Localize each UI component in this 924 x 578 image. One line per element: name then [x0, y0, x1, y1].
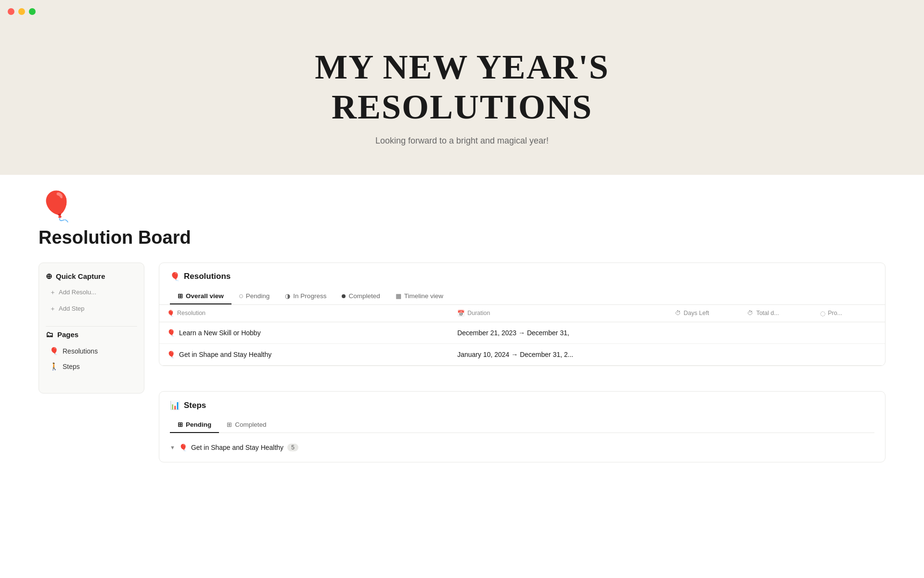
tab-timeline-view[interactable]: ▦ Timeline view — [388, 289, 451, 304]
overall-view-icon: ⊞ — [178, 292, 183, 300]
steps-tab-pending[interactable]: ⊞ Pending — [170, 417, 219, 433]
in-progress-icon: ◑ — [285, 292, 290, 300]
plus-icon: ＋ — [50, 288, 56, 297]
timeline-icon: ▦ — [396, 292, 401, 300]
sidebar: ⊕ Quick Capture ＋ Add Resolu... ＋ Add St… — [38, 263, 144, 394]
table-row[interactable]: 🎈 Learn a New Skill or Hobby December 21… — [159, 322, 885, 344]
col-resolution: 🎈 Resolution — [167, 310, 442, 317]
close-button[interactable] — [8, 8, 14, 15]
row-duration: December 21, 2023 → December 31, — [449, 322, 667, 344]
tab-completed[interactable]: Completed — [334, 289, 387, 304]
maximize-button[interactable] — [29, 8, 36, 15]
resolutions-panel-title: 🎈 Resolutions — [170, 272, 874, 282]
col-total-days: ⏱ Total d... — [747, 310, 805, 316]
steps-group-icon: 🎈 — [179, 444, 187, 451]
row-progress — [812, 322, 885, 344]
main-layout: ⊕ Quick Capture ＋ Add Resolu... ＋ Add St… — [38, 263, 886, 463]
tab-in-progress[interactable]: ◑ In Progress — [277, 289, 334, 304]
page-title: Resolution Board — [38, 227, 886, 248]
pages-section: 🗂 Pages 🎈 Resolutions 🚶 Steps — [46, 330, 137, 374]
sidebar-item-steps[interactable]: 🚶 Steps — [46, 359, 137, 374]
row-total-days — [740, 344, 812, 366]
main-content: 🎈 Resolution Board ⊕ Quick Capture ＋ Add… — [0, 175, 924, 492]
col-resolution-icon: 🎈 — [167, 310, 175, 317]
tab-overall-view[interactable]: ⊞ Overall view — [170, 289, 231, 304]
row-total-days — [740, 322, 812, 344]
col-duration-icon: 📅 — [457, 310, 465, 317]
col-days-left-icon: ⏱ — [675, 310, 681, 316]
page-balloon-icon: 🎈 — [38, 189, 886, 223]
pending-icon — [239, 292, 243, 300]
steps-header: 📊 Steps ⊞ Pending ⊞ Completed — [159, 392, 885, 433]
sidebar-item-resolutions[interactable]: 🎈 Resolutions — [46, 344, 137, 358]
pages-icon: 🗂 — [46, 330, 53, 339]
steps-title: 📊 Steps — [170, 400, 874, 410]
row-icon: 🎈 — [167, 329, 175, 337]
minimize-button[interactable] — [18, 8, 25, 15]
col-duration: 📅 Duration — [457, 310, 659, 317]
sidebar-divider — [46, 326, 137, 327]
table-row[interactable]: 🎈 Get in Shape and Stay Healthy January … — [159, 344, 885, 366]
hero-subtitle: Looking forward to a bright and magical … — [0, 136, 924, 146]
row-icon: 🎈 — [167, 351, 175, 358]
steps-tab-completed[interactable]: ⊞ Completed — [219, 417, 274, 433]
resolutions-tabs: ⊞ Overall view Pending ◑ In Progress — [170, 289, 874, 304]
col-progress-icon: ◌ — [820, 310, 825, 317]
row-days-left — [667, 322, 740, 344]
pages-title: 🗂 Pages — [46, 330, 137, 339]
col-progress: ◌ Pro... — [820, 310, 877, 317]
add-resolution-button[interactable]: ＋ Add Resolu... — [46, 286, 137, 299]
resolutions-panel: 🎈 Resolutions ⊞ Overall view Pending — [159, 263, 886, 367]
steps-count-badge: 5 — [287, 444, 298, 451]
steps-tabs: ⊞ Pending ⊞ Completed — [170, 417, 874, 433]
col-total-days-icon: ⏱ — [747, 310, 754, 316]
chevron-down-icon: ▼ — [170, 445, 175, 450]
add-step-button[interactable]: ＋ Add Step — [46, 302, 137, 315]
steps-body: ▼ 🎈 Get in Shape and Stay Healthy 5 — [159, 433, 885, 462]
hero-section: MY NEW YEAR'S RESOLUTIONS Looking forwar… — [0, 23, 924, 175]
steps-completed-icon: ⊞ — [227, 421, 232, 428]
row-duration: January 10, 2024 → December 31, 2... — [449, 344, 667, 366]
hero-title: MY NEW YEAR'S RESOLUTIONS — [0, 47, 924, 127]
steps-nav-icon: 🚶 — [50, 362, 59, 371]
plus-icon: ＋ — [50, 304, 56, 313]
steps-section: 📊 Steps ⊞ Pending ⊞ Completed — [159, 391, 886, 462]
resolutions-panel-header: 🎈 Resolutions ⊞ Overall view Pending — [159, 263, 885, 305]
quick-capture-icon: ⊕ — [46, 272, 52, 281]
resolutions-nav-icon: 🎈 — [50, 347, 59, 355]
row-days-left — [667, 344, 740, 366]
right-panel: 🎈 Resolutions ⊞ Overall view Pending — [159, 263, 886, 463]
steps-pending-icon: ⊞ — [178, 421, 183, 428]
resolutions-title-icon: 🎈 — [170, 272, 180, 282]
quick-capture-section: ⊕ Quick Capture ＋ Add Resolu... ＋ Add St… — [46, 272, 137, 315]
steps-group-item[interactable]: ▼ 🎈 Get in Shape and Stay Healthy 5 — [170, 441, 874, 454]
completed-icon — [342, 292, 346, 300]
titlebar — [0, 0, 924, 23]
tab-pending[interactable]: Pending — [231, 289, 278, 304]
quick-capture-title: ⊕ Quick Capture — [46, 272, 137, 281]
resolutions-table: 🎈 Resolution 📅 Duration — [159, 305, 885, 366]
steps-title-icon: 📊 — [170, 400, 180, 410]
col-days-left: ⏱ Days Left — [675, 310, 732, 316]
row-progress — [812, 344, 885, 366]
